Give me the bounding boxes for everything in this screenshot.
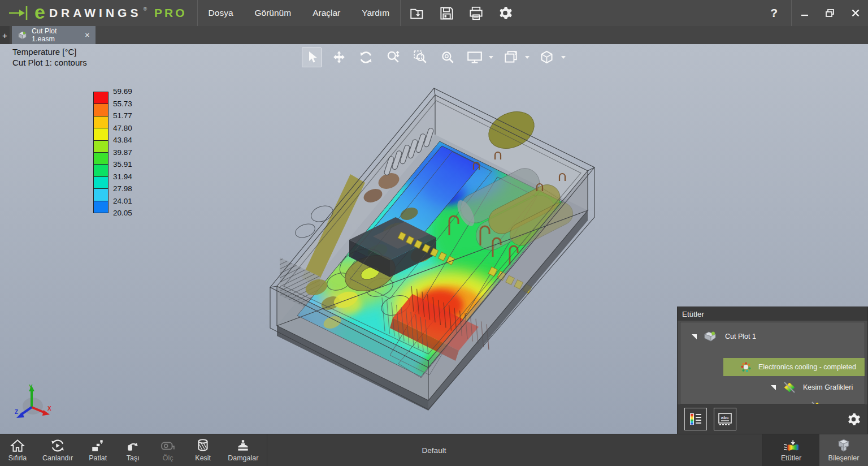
animate-button[interactable]: Canlandır <box>35 434 80 466</box>
restore-button[interactable] <box>817 0 843 26</box>
stamps-button[interactable]: Damgalar <box>220 434 266 466</box>
tree-item-cut-plot-1-leaf[interactable]: Cut Plot 1 <box>680 398 865 404</box>
svg-text:Z: Z <box>15 409 18 415</box>
brand-reg: ® <box>143 6 147 12</box>
gear-icon <box>847 412 861 426</box>
pan-icon <box>332 50 346 64</box>
animate-icon <box>50 439 66 452</box>
tree-item-label: Cut Plot 1 <box>725 333 756 340</box>
zoom-area-tool[interactable] <box>410 48 430 67</box>
tree-item-study-highlighted[interactable]: Electronics cooling - completed <box>723 358 865 376</box>
abc-stamp-icon: abc <box>717 412 733 426</box>
legend-band <box>94 177 108 189</box>
components-tab-label: Bileşenler <box>828 454 860 462</box>
new-tab-button[interactable]: + <box>0 26 10 44</box>
zoom-area-icon <box>413 50 428 64</box>
legend-value: 51.77 <box>113 111 147 120</box>
legend-toggle-button[interactable] <box>684 408 707 430</box>
legend-value: 59.69 <box>113 87 147 96</box>
orientation-dropdown-caret[interactable] <box>561 56 566 59</box>
expand-caret-icon[interactable] <box>771 385 776 390</box>
annotations-button[interactable]: abc <box>714 408 736 430</box>
close-button[interactable] <box>843 0 868 26</box>
svg-text:abc: abc <box>721 415 729 420</box>
legend-value: 31.94 <box>113 172 147 181</box>
legend-band <box>94 92 108 104</box>
tree-item-cut-plot-1[interactable]: Cut Plot 1 <box>680 327 865 346</box>
studies-settings-button[interactable] <box>847 412 861 426</box>
model-viewport[interactable]: Temperature [°C] Cut Plot 1: contours 59… <box>0 44 868 434</box>
legend-value: 27.98 <box>113 184 147 193</box>
svg-text:Y: Y <box>29 384 33 390</box>
legend-list-icon <box>688 412 703 426</box>
save-floppy-icon <box>439 6 454 21</box>
move-button[interactable]: Taşı <box>115 434 150 466</box>
legend-value: 47.80 <box>113 124 147 132</box>
color-legend: Temperature [°C] Cut Plot 1: contours 59… <box>0 44 147 231</box>
move-component-icon <box>125 439 140 452</box>
legend-value: 24.01 <box>113 197 147 205</box>
studies-tab-label: Etütler <box>781 454 801 462</box>
close-icon <box>851 8 860 18</box>
pan-tool[interactable] <box>329 48 349 67</box>
cube-icon <box>539 50 554 65</box>
settings-button[interactable] <box>497 5 514 21</box>
legend-value: 39.87 <box>113 148 147 157</box>
studies-flag-icon <box>783 439 800 452</box>
components-tab-button[interactable]: Bileşenler <box>819 434 868 466</box>
studies-tab-button[interactable]: Etütler <box>763 434 819 466</box>
menu-yardim[interactable]: Yardım <box>351 0 400 26</box>
rotate-tool[interactable] <box>356 48 376 67</box>
expand-caret-icon[interactable] <box>692 334 697 339</box>
zoom-in-out-tool[interactable] <box>383 48 403 67</box>
legend-value: 43.84 <box>113 136 147 144</box>
tab-close-icon[interactable]: ✕ <box>85 32 90 39</box>
legend-band <box>94 165 108 176</box>
views-dropdown-caret[interactable] <box>525 56 530 59</box>
zoom-fit-icon <box>440 50 455 64</box>
section-button[interactable]: Kesit <box>185 434 220 466</box>
studies-tree: Cut Plot 1 Electronics cooling - complet… <box>680 322 865 404</box>
orientation-tool[interactable] <box>537 48 557 67</box>
edrawings-window: e DRAWINGS ® PRO Dosya Görünüm Araçlar Y… <box>0 0 868 466</box>
home-icon <box>10 439 25 452</box>
help-button[interactable]: ? <box>757 6 791 20</box>
measure-button: Ölç <box>150 434 185 466</box>
views-tool[interactable] <box>501 48 520 67</box>
zoom-fit-tool[interactable] <box>437 48 457 67</box>
legend-band <box>94 104 108 116</box>
section-icon <box>196 439 210 452</box>
save-button[interactable] <box>438 5 455 21</box>
app-logo: e DRAWINGS ® PRO <box>0 0 197 26</box>
tree-item-kesim-grafikleri[interactable]: Kesim Grafikleri <box>680 378 865 397</box>
legend-subtitle: Cut Plot 1: contours <box>12 57 87 68</box>
study-icon <box>740 361 752 373</box>
menu-bar: e DRAWINGS ® PRO Dosya Görünüm Araçlar Y… <box>0 0 868 26</box>
tab-cut-plot-1[interactable]: Cut Plot 1.easm ✕ <box>12 26 96 44</box>
menu-araclar[interactable]: Araçlar <box>302 0 351 26</box>
reset-label: Sıfırla <box>8 454 27 462</box>
brand-e: e <box>34 3 45 20</box>
legend-band <box>94 189 108 201</box>
legend-band <box>94 141 108 153</box>
explode-button[interactable]: Patlat <box>80 434 115 466</box>
menu-dosya[interactable]: Dosya <box>198 0 244 26</box>
configuration-label: Default <box>422 446 446 455</box>
studies-panel-title: Etütler <box>678 307 867 321</box>
cut-plot-icon <box>783 381 796 394</box>
studies-panel-footer: abc <box>678 404 867 434</box>
svg-text:X: X <box>47 405 51 412</box>
fullscreen-dropdown-caret[interactable] <box>489 56 493 59</box>
brand-name: DRAWINGS <box>49 6 142 20</box>
print-button[interactable] <box>467 5 484 21</box>
select-tool[interactable] <box>302 48 322 67</box>
fullscreen-tool[interactable] <box>465 48 484 67</box>
views-icon <box>503 50 519 64</box>
open-button[interactable] <box>409 5 426 21</box>
section-label: Kesit <box>195 454 211 462</box>
explode-label: Patlat <box>89 454 107 462</box>
minimize-button[interactable] <box>792 0 817 26</box>
open-folder-icon <box>410 6 425 21</box>
menu-gorunum[interactable]: Görünüm <box>244 0 302 26</box>
reset-button[interactable]: Sıfırla <box>0 434 35 466</box>
